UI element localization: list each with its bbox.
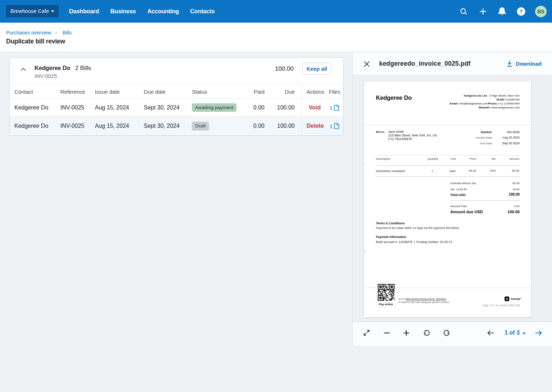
svg-text:?: ?	[519, 8, 523, 14]
